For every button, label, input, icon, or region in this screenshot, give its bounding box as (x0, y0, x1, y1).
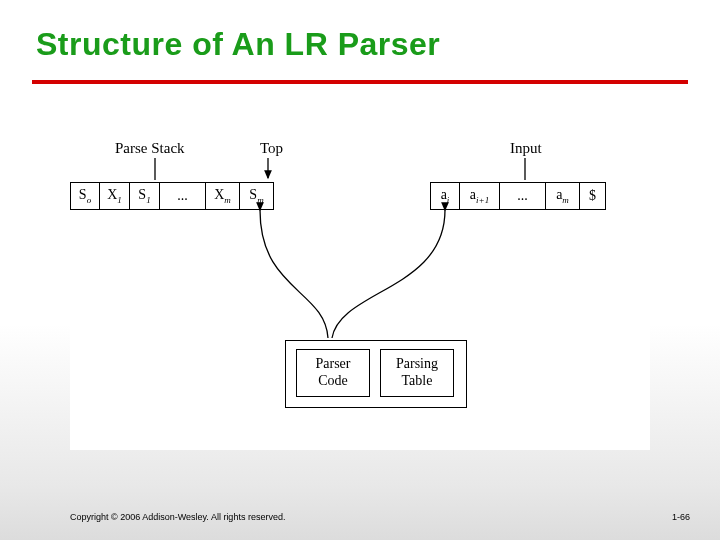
parser-code-box: Parser Code (296, 349, 370, 397)
diagram-area: Parse Stack Top Input So X1 S1 ... Xm Sm… (70, 140, 650, 450)
input-cell: ... (500, 183, 546, 209)
stack-cell: X1 (100, 183, 130, 209)
parse-stack-label: Parse Stack (115, 140, 185, 157)
page-number: 1-66 (672, 512, 690, 522)
input-label: Input (510, 140, 542, 157)
input-cell: ai (430, 183, 460, 209)
input-cell: am (546, 183, 580, 209)
stack-cell: ... (160, 183, 206, 209)
title-underline (32, 80, 688, 84)
copyright-text: Copyright © 2006 Addison-Wesley. All rig… (70, 512, 285, 522)
slide-title: Structure of An LR Parser (36, 26, 440, 63)
input-cell: $ (580, 183, 606, 209)
input-strip: ai ai+1 ... am $ (430, 182, 606, 210)
top-label: Top (260, 140, 283, 157)
stack-cell: S1 (130, 183, 160, 209)
parsing-table-box: Parsing Table (380, 349, 454, 397)
input-cell: ai+1 (460, 183, 500, 209)
parse-stack-strip: So X1 S1 ... Xm Sm (70, 182, 274, 210)
stack-cell: Sm (240, 183, 274, 209)
stack-cell: So (70, 183, 100, 209)
parser-boxes-container: Parser Code Parsing Table (285, 340, 467, 408)
stack-cell: Xm (206, 183, 240, 209)
